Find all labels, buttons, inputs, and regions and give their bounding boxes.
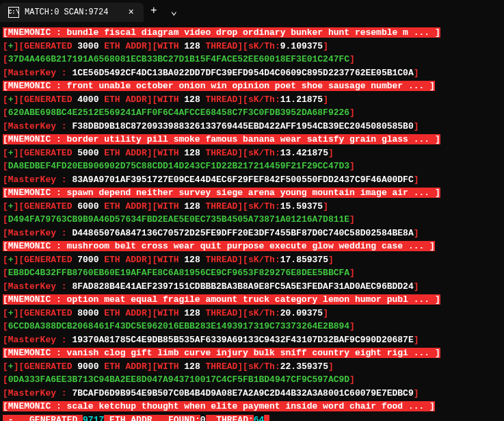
new-tab-button[interactable]: +	[144, 0, 164, 22]
tab-dropdown-button[interactable]: ⌄	[164, 0, 185, 22]
tab-title: MATCH:0 SCAN:9724	[25, 8, 122, 17]
close-tab-button[interactable]: ×	[127, 5, 135, 19]
window-titlebar: C:\ MATCH:0 SCAN:9724 × + ⌄	[0, 0, 504, 22]
active-tab[interactable]: C:\ MATCH:0 SCAN:9724 ×	[0, 3, 144, 22]
terminal-output: [MNEMONIC : bundle fiscal diagram video …	[0, 22, 504, 421]
terminal-icon: C:\	[8, 7, 19, 18]
